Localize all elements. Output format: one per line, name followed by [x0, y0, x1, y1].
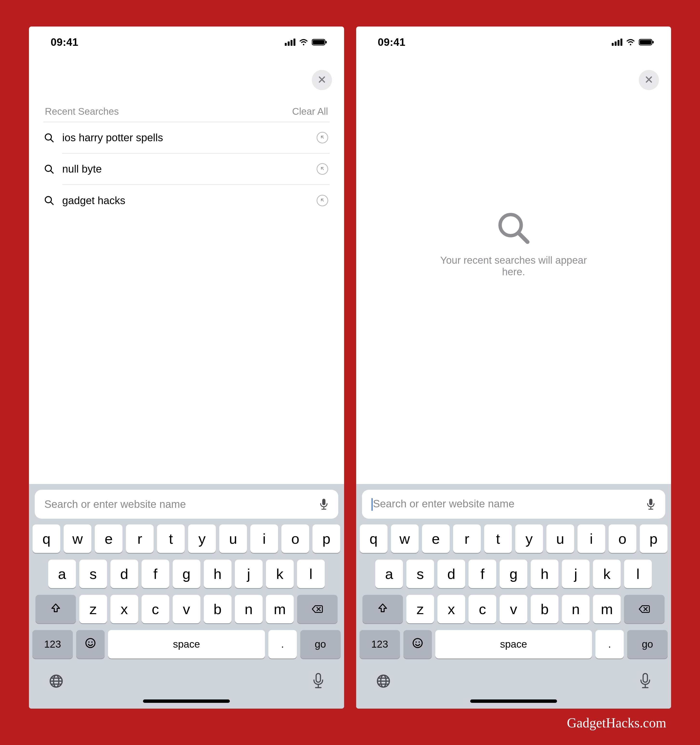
go-key[interactable]: go: [300, 630, 341, 658]
backspace-key[interactable]: [624, 595, 664, 623]
space-key[interactable]: space: [108, 630, 265, 658]
key-q[interactable]: q: [33, 525, 60, 553]
key-y[interactable]: y: [188, 525, 216, 553]
key-r[interactable]: r: [126, 525, 154, 553]
key-v[interactable]: v: [500, 595, 528, 623]
key-n[interactable]: n: [235, 595, 262, 623]
url-placeholder: Search or enter website name: [372, 498, 642, 511]
fill-search-button[interactable]: [316, 132, 328, 144]
key-h[interactable]: h: [531, 559, 558, 588]
url-search-field[interactable]: Search or enter website name: [35, 490, 338, 519]
key-p[interactable]: p: [312, 525, 340, 553]
svg-point-31: [418, 641, 420, 643]
key-r[interactable]: r: [453, 525, 481, 553]
empty-state-message: Your recent searches will appear here.: [435, 254, 592, 278]
key-z[interactable]: z: [406, 595, 434, 623]
key-l[interactable]: l: [297, 559, 325, 588]
key-u[interactable]: u: [219, 525, 247, 553]
svg-rect-18: [316, 674, 321, 682]
clear-all-button[interactable]: Clear All: [292, 106, 328, 117]
key-e[interactable]: e: [95, 525, 123, 553]
key-f[interactable]: f: [469, 559, 496, 588]
key-a[interactable]: a: [375, 559, 403, 588]
key-k[interactable]: k: [593, 559, 621, 588]
shift-key[interactable]: [36, 595, 76, 623]
key-b[interactable]: b: [204, 595, 231, 623]
dot-key[interactable]: .: [595, 630, 624, 658]
key-x[interactable]: x: [438, 595, 465, 623]
key-c[interactable]: c: [469, 595, 496, 623]
globe-icon[interactable]: [48, 673, 64, 689]
key-y[interactable]: y: [515, 525, 543, 553]
numbers-key[interactable]: 123: [360, 630, 400, 658]
microphone-icon[interactable]: [319, 498, 329, 510]
dot-key[interactable]: .: [268, 630, 297, 658]
key-f[interactable]: f: [142, 559, 169, 588]
key-d[interactable]: d: [438, 559, 465, 588]
emoji-icon: [412, 637, 424, 651]
arrow-up-left-icon: [320, 166, 325, 172]
key-j[interactable]: j: [562, 559, 589, 588]
emoji-key[interactable]: [76, 630, 105, 658]
key-s[interactable]: s: [406, 559, 434, 588]
key-u[interactable]: u: [546, 525, 574, 553]
key-x[interactable]: x: [111, 595, 138, 623]
key-w[interactable]: w: [391, 525, 418, 553]
svg-rect-2: [325, 41, 327, 43]
key-t[interactable]: t: [484, 525, 512, 553]
key-o[interactable]: o: [609, 525, 636, 553]
key-a[interactable]: a: [48, 559, 76, 588]
svg-rect-9: [322, 499, 325, 505]
microphone-icon[interactable]: [646, 498, 656, 510]
wifi-icon: [626, 39, 636, 46]
home-indicator[interactable]: [470, 699, 557, 703]
key-i[interactable]: i: [577, 525, 605, 553]
fill-search-button[interactable]: [316, 163, 328, 175]
space-key[interactable]: space: [435, 630, 592, 658]
home-indicator[interactable]: [143, 699, 230, 703]
key-q[interactable]: q: [360, 525, 388, 553]
arrow-up-left-icon: [320, 197, 325, 203]
key-o[interactable]: o: [282, 525, 309, 553]
keyboard-keys: q w e r t y u i o p a s d f g h: [29, 525, 344, 658]
key-m[interactable]: m: [593, 595, 621, 623]
backspace-key[interactable]: [297, 595, 337, 623]
key-b[interactable]: b: [531, 595, 558, 623]
numbers-key[interactable]: 123: [32, 630, 73, 658]
dictation-icon[interactable]: [312, 672, 325, 690]
key-w[interactable]: w: [64, 525, 91, 553]
recent-search-item[interactable]: null byte: [43, 154, 330, 185]
svg-rect-1: [313, 40, 324, 44]
key-j[interactable]: j: [235, 559, 262, 588]
key-c[interactable]: c: [142, 595, 169, 623]
key-d[interactable]: d: [111, 559, 138, 588]
key-i[interactable]: i: [250, 525, 278, 553]
key-k[interactable]: k: [266, 559, 294, 588]
key-g[interactable]: g: [500, 559, 528, 588]
key-h[interactable]: h: [204, 559, 231, 588]
key-l[interactable]: l: [624, 559, 652, 588]
status-time: 09:41: [51, 36, 78, 48]
key-v[interactable]: v: [172, 595, 200, 623]
globe-icon[interactable]: [375, 673, 391, 689]
emoji-key[interactable]: [403, 630, 432, 658]
key-z[interactable]: z: [79, 595, 107, 623]
go-key[interactable]: go: [627, 630, 668, 658]
recent-search-item[interactable]: ios harry potter spells: [43, 122, 330, 154]
phone-left: 09:41 Recent Searches Clear All: [29, 27, 344, 709]
keyboard-bottom-row: [356, 665, 671, 695]
key-p[interactable]: p: [640, 525, 667, 553]
key-e[interactable]: e: [422, 525, 450, 553]
key-t[interactable]: t: [157, 525, 185, 553]
url-search-field[interactable]: Search or enter website name: [362, 490, 666, 519]
svg-point-14: [91, 641, 93, 643]
fill-search-button[interactable]: [316, 195, 328, 206]
dictation-icon[interactable]: [639, 672, 652, 690]
recent-search-item[interactable]: gadget hacks: [43, 185, 330, 216]
key-g[interactable]: g: [172, 559, 200, 588]
key-m[interactable]: m: [266, 595, 294, 623]
battery-icon: [639, 39, 654, 46]
shift-key[interactable]: [363, 595, 403, 623]
key-s[interactable]: s: [79, 559, 107, 588]
key-n[interactable]: n: [562, 595, 589, 623]
